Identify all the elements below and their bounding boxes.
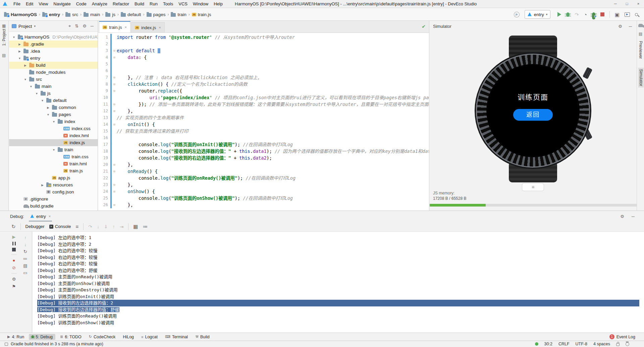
- tree-node-build.gradle[interactable]: build.gradle: [9, 203, 98, 210]
- code-line-19[interactable]: 19 console.log("接收到的右边选择器的值：" + this.dat…: [98, 155, 429, 161]
- attach-debugger-icon[interactable]: ↷: [575, 12, 579, 17]
- tree-node-node_modules[interactable]: node_modules: [9, 69, 98, 76]
- encoding[interactable]: UTF-8: [576, 342, 587, 346]
- tree-expand-icon[interactable]: ▼: [12, 36, 16, 39]
- tree-expand-icon[interactable]: ▶: [46, 106, 50, 109]
- tree-node-main[interactable]: ▼main: [9, 83, 98, 90]
- code-line-22[interactable]: 22 console.log("训练页面的onReady()被调用"); //在…: [98, 175, 429, 181]
- hide-panel-icon[interactable]: ─: [89, 23, 95, 29]
- pause-icon[interactable]: [12, 242, 16, 245]
- view-as-table-icon[interactable]: ▦: [133, 224, 138, 229]
- force-step-into-icon[interactable]: ⇓: [104, 224, 108, 229]
- gradle-icon[interactable]: [638, 23, 643, 28]
- code-line-9[interactable]: 9⊟ router.replace({: [98, 88, 429, 94]
- code-line-5[interactable]: 5: [98, 61, 429, 67]
- console-line[interactable]: [Debug] 训练页面的onShow()被调用: [37, 320, 644, 326]
- breadcrumb-js[interactable]: js: [105, 12, 115, 17]
- debug-console[interactable]: [Debug] 左边的选中项：1[Debug] 左边的选中项：2[Debug] …: [33, 232, 644, 333]
- tree-node-src[interactable]: ▼src: [9, 76, 98, 83]
- code-line-18[interactable]: 18 console.log("接收到的左边选择器的值：" + this.dat…: [98, 148, 429, 155]
- project-tool-icon[interactable]: ▦: [2, 23, 6, 28]
- project-structure-icon[interactable]: ▣: [615, 12, 620, 17]
- inspection-ok-icon[interactable]: ✔: [422, 24, 426, 29]
- code-line-25[interactable]: 25 console.log("训练页面的onShow()被调用"); //在回…: [98, 195, 429, 201]
- breadcrumb-src[interactable]: src: [65, 12, 78, 17]
- code-line-17[interactable]: 17 console.log("训练页面的onInit()被调用"); //在回…: [98, 141, 429, 148]
- breadcrumb-default[interactable]: default: [121, 12, 141, 17]
- code-line-20[interactable]: 20⊟ },: [98, 161, 429, 168]
- run-to-cursor-icon[interactable]: ⇥: [120, 224, 124, 229]
- close-icon[interactable]: ×: [49, 214, 51, 218]
- code-line-21[interactable]: 21⊟ onReady() {: [98, 168, 429, 175]
- console-line[interactable]: [Debug] 训练页面的onInit()被调用: [37, 293, 644, 300]
- down-icon[interactable]: ↓: [24, 242, 26, 247]
- toolwindow-button-5-debug[interactable]: 5: Debug: [29, 334, 55, 340]
- console-line[interactable]: [Debug] 训练页面的onReady()被调用: [37, 313, 644, 320]
- toolwindow-button-hilog[interactable]: HiLog: [120, 334, 137, 340]
- layout-icon[interactable]: ≔: [23, 256, 28, 261]
- code-line-13[interactable]: 13// 实现页面的四个生命周期事件: [98, 114, 429, 121]
- tree-expand-icon[interactable]: ▼: [17, 57, 22, 60]
- debug-icon[interactable]: [566, 12, 570, 17]
- hide-panel-icon[interactable]: ─: [628, 24, 633, 29]
- menu-view[interactable]: View: [36, 0, 51, 8]
- hector-inspector-icon[interactable]: [626, 342, 629, 346]
- device-manager-icon[interactable]: ▤: [639, 32, 642, 36]
- code-line-11[interactable]: 11⊟ }); // 添加一条页面跳转语句，此处有下划线报错提醒：这个需要需要从…: [98, 101, 429, 108]
- tree-node-common[interactable]: ▶common: [9, 104, 98, 111]
- console-line[interactable]: [Debug] 左边的选中项：2: [37, 241, 644, 248]
- tree-expand-icon[interactable]: ▼: [35, 92, 39, 95]
- rerun-icon[interactable]: ↻: [11, 224, 16, 229]
- sidebar-item-simulator[interactable]: Simulator: [638, 68, 644, 88]
- caret-position[interactable]: 30:2: [544, 342, 552, 346]
- menu-help[interactable]: Help: [211, 0, 225, 8]
- resume-icon[interactable]: ▶: [12, 234, 16, 239]
- menu-window[interactable]: Window: [190, 0, 211, 8]
- stop-icon[interactable]: [12, 248, 16, 251]
- code-line-10[interactable]: 10 uri:'pages/index/index' // 项目的config.…: [98, 94, 429, 101]
- sidebar-item-previewer[interactable]: Previewer: [638, 41, 643, 59]
- menu-run[interactable]: Run: [147, 0, 160, 8]
- breadcrumb-main[interactable]: main: [84, 12, 100, 17]
- breakpoints-icon[interactable]: ●: [13, 258, 15, 263]
- console-line[interactable]: [Debug] 主页面的onShow()被调用: [37, 280, 644, 287]
- chevron-down-icon[interactable]: ▾: [34, 24, 36, 28]
- maximize-icon[interactable]: □: [621, 0, 633, 8]
- step-into-icon[interactable]: ↓: [97, 224, 99, 229]
- tree-expand-icon[interactable]: ▼: [52, 120, 56, 123]
- toolwindow-button-6-todo[interactable]: ≣6: TODO: [57, 334, 84, 340]
- code-line-1[interactable]: 1import router from '@system.router' // …: [98, 34, 429, 41]
- toolwindow-button-logcat[interactable]: ≡Logcat: [139, 334, 160, 340]
- run-configuration-select[interactable]: entry ▾: [525, 10, 551, 19]
- console-line[interactable]: [Debug] 右边的选中项：舒缓: [37, 267, 644, 274]
- restore-layout-icon[interactable]: ≔: [143, 224, 148, 229]
- gear-icon[interactable]: ⚙: [619, 214, 626, 219]
- search-everywhere-icon[interactable]: [635, 13, 638, 16]
- pin-icon[interactable]: ⚑: [12, 284, 16, 289]
- restore-icon[interactable]: ↻: [23, 249, 27, 254]
- sidebar-item-project[interactable]: 1: Project: [2, 29, 6, 46]
- up-icon[interactable]: ↑: [24, 235, 26, 240]
- code-line-26[interactable]: 26⊟ },: [98, 201, 429, 208]
- previewer-icon[interactable]: [625, 12, 630, 17]
- code-line-3[interactable]: 3⊟export default: [98, 47, 429, 54]
- collapse-all-icon[interactable]: ⇅: [73, 23, 80, 29]
- mute-icon[interactable]: ⊘: [12, 265, 16, 270]
- indent-style[interactable]: 4 spaces: [593, 342, 610, 346]
- close-icon[interactable]: ×: [633, 0, 644, 8]
- lock-icon[interactable]: [616, 343, 620, 346]
- breadcrumb-train.js[interactable]: JStrain.js: [192, 12, 211, 17]
- view-options-icon[interactable]: ≡: [75, 224, 78, 229]
- tree-expand-icon[interactable]: ▼: [23, 78, 28, 81]
- editor-tab-train.js[interactable]: JStrain.js×: [99, 21, 130, 33]
- menu-build[interactable]: Build: [132, 0, 147, 8]
- code-editor[interactable]: 1import router from '@system.router' // …: [98, 33, 429, 211]
- minimize-icon[interactable]: ─: [610, 0, 621, 8]
- close-icon[interactable]: ×: [124, 25, 126, 29]
- close-icon[interactable]: ×: [159, 25, 161, 30]
- menu-edit[interactable]: Edit: [23, 0, 36, 8]
- console-line[interactable]: [Debug] 右边的选中项：较慢: [37, 254, 644, 261]
- console-line[interactable]: [Debug] 接收到的左边选择器的值：2: [37, 300, 639, 306]
- tree-expand-icon[interactable]: ▼: [46, 113, 50, 116]
- tree-node-js[interactable]: ▼js: [9, 90, 98, 97]
